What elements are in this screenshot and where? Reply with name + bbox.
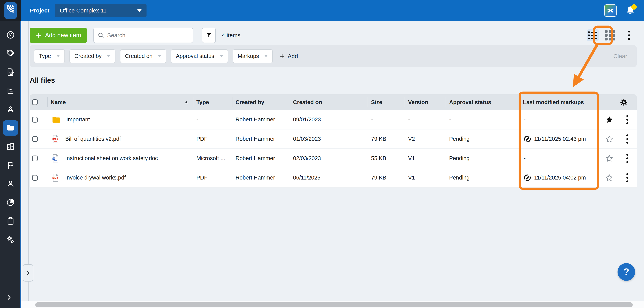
filter-chip-created-by[interactable]: Created by <box>70 49 116 63</box>
sidebar-item-pie-chart[interactable] <box>3 195 18 210</box>
sidebar-item-contacts[interactable] <box>3 176 18 192</box>
sidebar-item-flag[interactable] <box>3 158 18 173</box>
page-title: All files <box>30 76 55 84</box>
sidebar-item-files[interactable] <box>3 120 18 136</box>
column-header-created-by[interactable]: Created by <box>232 94 290 110</box>
row-more-button[interactable] <box>626 115 628 124</box>
clipboard-icon <box>6 216 15 225</box>
approval-status-cell: Pending <box>446 168 520 187</box>
sidebar-collapse-button[interactable] <box>6 294 12 302</box>
list-view-button[interactable] <box>587 29 599 41</box>
column-label: Name <box>51 99 66 106</box>
filter-chip-label: Created on <box>125 53 153 59</box>
column-header-version[interactable]: Version <box>405 94 446 110</box>
row-checkbox[interactable] <box>32 156 38 161</box>
sidebar-item-settings[interactable] <box>3 232 18 247</box>
sidebar-item-tags[interactable] <box>3 46 18 61</box>
row-more-button[interactable] <box>626 134 628 144</box>
view-toggle-group <box>587 29 636 41</box>
sidebar-item-forms[interactable] <box>3 64 18 80</box>
filter-chip-type[interactable]: Type <box>34 49 65 63</box>
pdf-file-icon: PDF <box>52 135 59 143</box>
kebab-icon <box>628 31 630 40</box>
file-name: Instructional sheet on work safety.doc <box>65 155 158 162</box>
add-new-item-button[interactable]: Add new item <box>30 28 87 43</box>
table-row[interactable]: PDF Bill of quantities v2.pdf PDF Robert… <box>30 130 637 149</box>
column-header-created-on[interactable]: Created on <box>290 94 368 110</box>
tree-panel-expand-button[interactable] <box>23 264 33 282</box>
list-view-icon <box>588 32 598 39</box>
created-by-cell: Robert Hammer <box>232 168 290 187</box>
help-button[interactable]: ? <box>618 263 635 281</box>
filter-chip-approval-status[interactable]: Approval status <box>171 49 228 63</box>
filter-chip-created-on[interactable]: Created on <box>120 49 166 63</box>
filter-chip-label: Approval status <box>176 53 214 59</box>
grid-view-button[interactable] <box>604 30 616 41</box>
star-outline-icon <box>605 154 613 162</box>
search-input[interactable] <box>107 32 189 38</box>
filter-button[interactable] <box>202 28 216 43</box>
grid-view-icon <box>605 30 615 40</box>
table-header-row: Name Type Created by Created on Size Ver… <box>30 94 637 110</box>
filter-chip-label: Created by <box>74 53 102 59</box>
search-icon <box>98 32 104 38</box>
created-on-cell: 02/03/2023 <box>290 149 368 168</box>
table-settings-button[interactable] <box>620 98 628 106</box>
tags-icon <box>6 49 15 58</box>
project-label: Project <box>30 7 50 14</box>
last-modified-markups-cell: - <box>520 149 598 168</box>
select-all-checkbox[interactable] <box>32 99 38 105</box>
sidebar-item-stats[interactable] <box>3 83 18 98</box>
sidebar-item-dashboard[interactable] <box>3 27 18 42</box>
column-label: Type <box>196 99 209 106</box>
row-more-button[interactable] <box>626 154 628 163</box>
filter-chip-markups[interactable]: Markups <box>233 49 273 63</box>
sidebar-nav <box>0 21 21 247</box>
column-header-name[interactable]: Name <box>47 94 193 110</box>
folder-icon <box>6 124 15 132</box>
table-row[interactable]: PDF Invoice drywal works.pdf PDF Robert … <box>30 168 637 188</box>
version-cell: V2 <box>405 130 446 148</box>
app-logo[interactable] <box>0 0 21 21</box>
favorite-button[interactable] <box>605 154 613 162</box>
word-file-icon: W <box>52 154 59 162</box>
size-cell: 79 KB <box>368 130 405 148</box>
column-header-size[interactable]: Size <box>368 94 405 110</box>
table-row[interactable]: W Instructional sheet on work safety.doc… <box>30 149 637 168</box>
toolbar-more-button[interactable] <box>625 30 633 41</box>
column-header-approval-status[interactable]: Approval status <box>446 94 520 110</box>
app-switcher-icon <box>606 6 615 15</box>
name-cell: W Instructional sheet on work safety.doc <box>47 149 193 168</box>
column-header-last-modified-markups[interactable]: Last modified markups <box>520 94 598 110</box>
chevron-down-icon <box>107 55 110 57</box>
items-count: 4 items <box>222 32 240 38</box>
project-select[interactable]: Office Complex 11 <box>55 4 146 17</box>
sidebar-item-buildings[interactable] <box>3 139 18 154</box>
row-checkbox[interactable] <box>32 175 38 181</box>
clear-filters-button[interactable]: Clear <box>613 53 632 60</box>
filter-chip-label: Type <box>39 53 51 59</box>
row-checkbox[interactable] <box>32 136 38 142</box>
table-row[interactable]: Important - Robert Hammer 09/01/2023 - -… <box>30 110 637 130</box>
favorite-button[interactable] <box>605 116 613 124</box>
funnel-icon <box>206 32 212 38</box>
sidebar-item-site-presence[interactable] <box>3 102 18 117</box>
favorite-button[interactable] <box>605 135 613 143</box>
horizontal-scrollbar-thumb[interactable] <box>35 302 633 307</box>
column-header-type[interactable]: Type <box>193 94 232 110</box>
favorite-button[interactable] <box>605 174 613 182</box>
app-switcher-button[interactable] <box>604 4 617 17</box>
file-name: Important <box>66 116 90 123</box>
tree-panel-divider <box>28 21 28 301</box>
help-icon: ? <box>624 266 630 278</box>
row-checkbox[interactable] <box>32 117 38 122</box>
row-more-button[interactable] <box>626 173 628 182</box>
column-label: Last modified markups <box>523 99 584 106</box>
folder-icon <box>52 116 60 123</box>
topbar-actions <box>604 4 644 17</box>
sidebar-item-clipboard[interactable] <box>3 213 18 228</box>
chevron-down-icon <box>137 10 142 12</box>
notifications-button[interactable] <box>625 5 636 16</box>
search-box[interactable] <box>94 28 193 43</box>
add-filter-button[interactable]: Add <box>279 53 298 60</box>
